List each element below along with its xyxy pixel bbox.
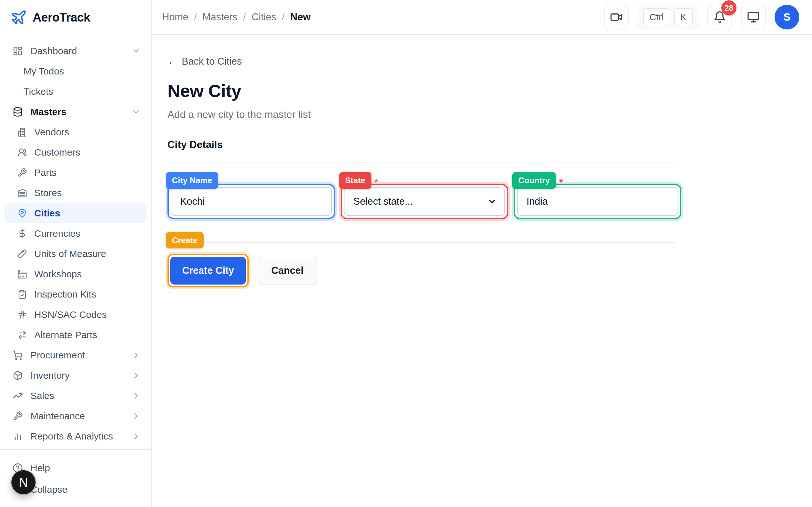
back-link-label: Back to Cities xyxy=(182,56,242,67)
topbar: Home / Masters / Cities / New Ctrl K 28 xyxy=(152,0,812,35)
chevron-down-icon xyxy=(131,46,141,56)
notifications-button[interactable]: 28 xyxy=(707,5,732,30)
map-pin-icon xyxy=(17,209,27,218)
state-select[interactable]: Select state... xyxy=(344,187,505,216)
hash-icon xyxy=(17,310,27,320)
wrench-icon xyxy=(17,168,27,177)
state-required-asterisk: * xyxy=(374,177,378,187)
state-outline: Select state... xyxy=(341,184,508,219)
actions-divider xyxy=(167,242,675,243)
breadcrumb: Home / Masters / Cities / New xyxy=(162,11,310,23)
state-field: State * Select state... xyxy=(341,184,508,219)
clipboard-check-icon xyxy=(17,290,27,299)
brand-name: AeroTrack xyxy=(33,11,90,24)
back-to-cities-link[interactable]: ← Back to Cities xyxy=(167,56,242,67)
sidebar-item-hsn-sac-codes[interactable]: HSN/SAC Codes xyxy=(4,305,147,325)
notification-count-badge: 28 xyxy=(721,0,737,15)
breadcrumb-home[interactable]: Home xyxy=(162,11,189,23)
country-required-asterisk: * xyxy=(559,177,563,187)
sidebar-item-stores[interactable]: Stores xyxy=(4,183,147,203)
sidebar-item-workshops[interactable]: Workshops xyxy=(4,264,147,284)
sidebar-item-label: Inspection Kits xyxy=(34,289,96,300)
chevron-right-icon xyxy=(131,371,141,380)
state-annotation: State * xyxy=(339,172,378,189)
command-palette-shortcut[interactable]: Ctrl K xyxy=(638,5,699,30)
sidebar-item-parts[interactable]: Parts xyxy=(4,163,147,182)
city-name-input[interactable] xyxy=(171,187,332,216)
sidebar-item-alternate-parts[interactable]: Alternate Parts xyxy=(4,325,147,345)
sidebar-item-label: Alternate Parts xyxy=(34,330,97,340)
country-badge: Country xyxy=(512,172,556,189)
sidebar-item-label: Vendors xyxy=(34,127,69,137)
sidebar-item-label: Tickets xyxy=(23,86,53,97)
city-form-fields: City Name State * Select state... xyxy=(167,184,812,219)
avatar-initial: S xyxy=(783,11,791,23)
chevron-right-icon xyxy=(131,350,141,360)
cancel-button[interactable]: Cancel xyxy=(258,257,317,285)
section-title: City Details xyxy=(167,139,812,151)
breadcrumb-separator: / xyxy=(194,11,197,23)
sidebar-item-customers[interactable]: Customers xyxy=(4,143,147,162)
section-divider xyxy=(167,163,675,163)
sidebar-item-vendors[interactable]: Vendors xyxy=(4,122,147,142)
country-annotation: Country * xyxy=(512,172,563,189)
video-camera-icon xyxy=(610,11,623,23)
warehouse-icon xyxy=(17,188,27,198)
sidebar-item-cities[interactable]: Cities xyxy=(4,204,147,223)
dev-tools-fab-letter: N xyxy=(19,475,28,490)
sidebar-item-masters[interactable]: Masters xyxy=(4,102,147,122)
bar-chart-icon xyxy=(13,431,23,441)
users-icon xyxy=(17,148,27,157)
country-input[interactable] xyxy=(517,187,678,216)
create-city-button[interactable]: Create City xyxy=(170,257,246,285)
city-name-field: City Name xyxy=(167,184,335,219)
screen-record-button[interactable] xyxy=(604,5,629,30)
sidebar-item-label: Parts xyxy=(34,167,56,178)
sidebar-item-maintenance[interactable]: Maintenance xyxy=(4,406,147,426)
page-content: ← Back to Cities New City Add a new city… xyxy=(152,35,812,287)
user-avatar[interactable]: S xyxy=(774,5,799,30)
buttons-row: Create City Cancel xyxy=(167,254,675,287)
database-icon xyxy=(13,107,23,117)
display-mode-button[interactable] xyxy=(741,5,766,30)
create-badge: Create xyxy=(166,232,204,248)
dev-tools-fab[interactable]: N xyxy=(11,470,36,494)
sidebar-item-sales[interactable]: Sales xyxy=(4,386,147,406)
form-actions: Create Create City Cancel xyxy=(167,242,675,287)
sidebar-item-inspection-kits[interactable]: Inspection Kits xyxy=(4,285,147,304)
swap-arrows-icon xyxy=(17,330,27,340)
sidebar-item-currencies[interactable]: Currencies xyxy=(4,224,147,243)
sidebar-item-procurement[interactable]: Procurement xyxy=(4,345,147,365)
sidebar-item-inventory[interactable]: Inventory xyxy=(4,366,147,385)
trending-up-icon xyxy=(13,391,23,401)
page-title: New City xyxy=(167,80,812,101)
sidebar-item-label: HSN/SAC Codes xyxy=(34,309,107,320)
brand-logo[interactable]: AeroTrack xyxy=(0,0,151,35)
help-label: Help xyxy=(31,463,50,473)
sidebar-item-label: Workshops xyxy=(34,269,82,279)
sidebar-item-units-of-measure[interactable]: Units of Measure xyxy=(4,244,147,264)
package-icon xyxy=(13,371,23,381)
sidebar-item-label: Cities xyxy=(34,208,60,219)
k-key: K xyxy=(674,8,693,26)
sidebar-item-label: Reports & Analytics xyxy=(31,431,113,442)
sidebar-item-tickets[interactable]: Tickets xyxy=(4,82,147,101)
dashboard-grid-icon xyxy=(13,46,23,56)
country-field: Country * xyxy=(514,184,681,219)
sidebar: AeroTrack Dashboard My Todos Tickets Mas… xyxy=(0,0,152,507)
sidebar-item-my-todos[interactable]: My Todos xyxy=(4,61,147,81)
chevron-right-icon xyxy=(131,391,141,400)
ruler-icon xyxy=(17,249,27,259)
sidebar-item-reports-analytics[interactable]: Reports & Analytics xyxy=(4,427,147,446)
sidebar-item-label: Customers xyxy=(34,147,80,158)
state-badge: State xyxy=(339,172,371,189)
collapse-label: Collapse xyxy=(31,484,67,495)
monitor-icon xyxy=(747,11,760,23)
sidebar-item-label: Masters xyxy=(31,107,66,117)
chevron-right-icon xyxy=(131,411,141,421)
breadcrumb-masters[interactable]: Masters xyxy=(202,11,237,23)
sidebar-item-dashboard[interactable]: Dashboard xyxy=(4,41,147,61)
breadcrumb-cities[interactable]: Cities xyxy=(252,11,276,23)
sidebar-nav: Dashboard My Todos Tickets Masters Vendo… xyxy=(0,35,151,449)
cart-icon xyxy=(13,350,23,360)
